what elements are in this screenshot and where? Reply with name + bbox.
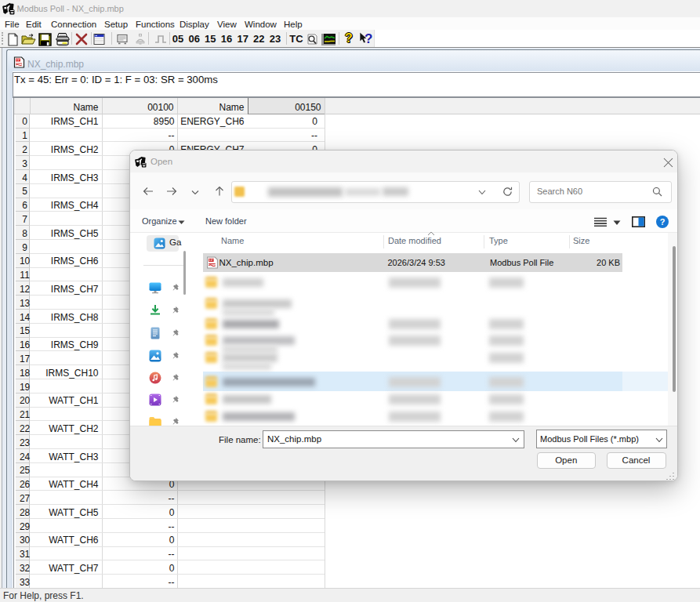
- svg-text:?: ?: [660, 217, 666, 227]
